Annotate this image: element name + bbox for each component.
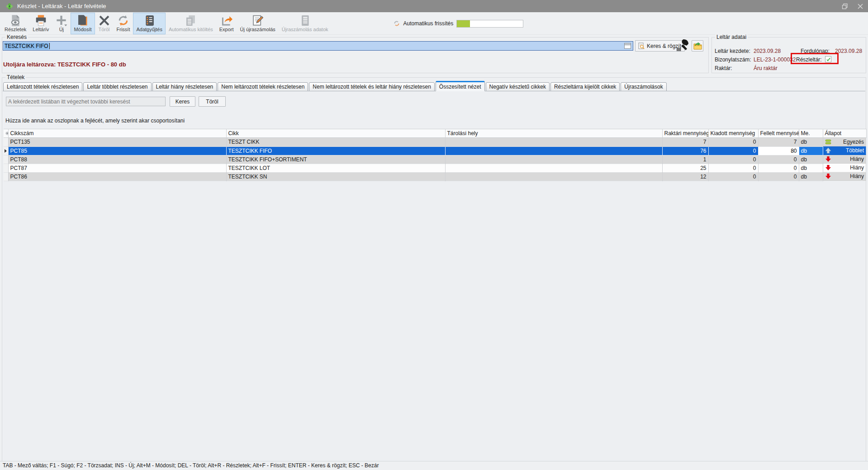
cell-kiadott: 0 [708, 164, 758, 172]
cell-cikkszam: PCT135 [8, 138, 226, 147]
column-header-allapot[interactable]: Állapot [823, 129, 866, 138]
column-header-me[interactable]: Me. [799, 129, 823, 138]
cell-allapot: Többlet [823, 146, 867, 155]
cell-allapot: Hiány [823, 172, 867, 181]
open-folder-button[interactable] [692, 40, 703, 52]
cell-tarolasi-hely [445, 146, 662, 155]
tab-content: Keres Töröl Húzza ide annak az oszlopnak… [3, 91, 865, 461]
column-header-raktari-mennyiseg[interactable]: Raktári mennyiség [662, 129, 708, 138]
export-button[interactable]: Export [216, 13, 237, 34]
table-row-selected[interactable]: PCT85 TESZTCIKK FIFO 76 0 80 db Többlet [4, 146, 866, 155]
app-icon [6, 3, 13, 10]
column-header-kiadott-mennyiseg[interactable]: Kiadott mennyiség [708, 129, 758, 138]
auto-refresh-progressbar [456, 20, 523, 28]
cell-cikkszam: PCT86 [8, 172, 226, 181]
auto-refresh-label: Automatikus frissítés [403, 20, 454, 27]
bizonylatszam-label: Bizonylatszám: [715, 56, 751, 63]
barcode-scanner-button[interactable] [676, 38, 690, 52]
tab-nem-leltarozott[interactable]: Nem leltározott tételek részletesen [218, 82, 308, 91]
printer-icon [35, 14, 47, 27]
arrow-down-icon [825, 164, 831, 171]
cell-cikk: TESZTCIKK SN [226, 172, 445, 181]
toolbar-label: Adatgyűjtés [136, 27, 162, 32]
cell-cikkszam: PCT88 [8, 155, 226, 164]
column-header-cikkszam[interactable]: Cikkszám [8, 129, 226, 138]
uj-ujraszamolas-button[interactable]: Új újraszámolás [237, 13, 279, 34]
automatikus-kitoltes-button: Automatikus kitöltés [166, 13, 216, 34]
column-header-cikk[interactable]: Cikk [226, 129, 445, 138]
status-text: Hiány [850, 156, 864, 162]
cell-cikkszam: PCT85 [8, 146, 226, 155]
main-toolbar: Részletek Leltárív Új Módosít Töröl [0, 12, 868, 35]
table-row[interactable]: PCT87 TESZTCIKK LOT 25 0 0 db Hiány [4, 164, 866, 172]
torol-button: Töröl [95, 13, 114, 34]
tetelek-group-label: Tételek [5, 74, 26, 80]
status-bar-text: TAB - Mező váltás; F1 - Súgó; F2 - Törzs… [3, 462, 379, 469]
cell-tarolasi-hely [445, 172, 662, 181]
cell-cikk: TESZTCIKK LOT [226, 164, 445, 172]
auto-refresh-area: Automatikus frissítés [393, 13, 524, 34]
restore-button[interactable] [837, 0, 853, 12]
modosit-button[interactable]: Módosít [71, 13, 95, 34]
tab-osszesitett-nezet[interactable]: Összesített nézet [436, 81, 485, 91]
leltariv-button[interactable]: Leltárív [29, 13, 52, 34]
cell-me: db [799, 146, 823, 155]
toolbar-label: Részletek [5, 27, 26, 32]
ujraszamolas-adatok-button: Újraszámolás adatok [279, 13, 332, 34]
items-table: Cikkszám Cikk Tárolási hely Raktári menn… [4, 129, 867, 181]
cell-fellelt-edit[interactable]: 80 [758, 146, 799, 155]
arrow-up-icon [825, 147, 831, 154]
column-header-fellelt-mennyiseg[interactable]: Fellelt mennyiség [758, 129, 799, 138]
column-header-tarolasi-hely[interactable]: Tárolási hely [445, 129, 662, 138]
arrow-down-icon [825, 156, 831, 162]
reszletek-button[interactable]: Részletek [1, 13, 29, 34]
cell-tarolasi-hely [445, 164, 662, 172]
tab-reszleltarra-kijelolt[interactable]: Részleltárra kijelölt cikkek [550, 82, 620, 91]
current-row-indicator-icon [5, 149, 7, 153]
column-chooser-header[interactable] [4, 129, 8, 138]
tab-negativ-keszletu[interactable]: Negatív készletű cikkek [486, 82, 550, 91]
search-document-icon [638, 42, 645, 50]
frissit-button[interactable]: Frissít [114, 13, 133, 34]
tab-leltar-hiany[interactable]: Leltár hiány részletesen [152, 82, 217, 91]
cell-fellelt: 0 [758, 172, 799, 181]
auto-fill-icon [185, 14, 197, 27]
status-text: Többlet [846, 147, 864, 154]
search-input[interactable]: TESZTCIKK FIFO [3, 41, 633, 51]
table-row[interactable]: PCT135 TESZT CIKK 7 0 7 db Egyezés [4, 138, 866, 147]
groupby-hint-text: Húzza ide annak az oszlopnak a fejlécét,… [5, 118, 185, 124]
status-text: Hiány [850, 173, 864, 179]
tab-leltarozott-tetelek[interactable]: Leltározott tételek részletesen [3, 82, 82, 91]
window-title: Készlet - Leltárak - Leltár felvétele [17, 3, 106, 9]
spinner-icon [393, 20, 400, 27]
dropdown-panel-icon[interactable] [624, 43, 631, 49]
cell-raktari: 25 [662, 164, 708, 172]
cell-raktari: 76 [662, 146, 708, 155]
filter-keres-button[interactable]: Keres [170, 96, 195, 107]
toolbar-label: Új [59, 27, 64, 32]
close-button[interactable] [853, 0, 868, 12]
table-row[interactable]: PCT88 TESZTCIKK FIFO+SORTIMENT 1 0 0 db … [4, 155, 866, 164]
toolbar-label: Új újraszámolás [240, 27, 275, 32]
cell-cikk: TESZT CIKK [226, 138, 445, 147]
raktar-label: Raktár: [715, 65, 732, 71]
toolbar-label: Újraszámolás adatok [282, 27, 328, 32]
filter-input[interactable] [6, 97, 166, 106]
filter-torol-button[interactable]: Töröl [199, 96, 226, 107]
cell-me: db [799, 164, 823, 172]
cell-kiadott: 0 [708, 155, 758, 164]
tab-ujraszamolasok[interactable]: Újraszámolások [621, 82, 666, 91]
uj-button[interactable]: Új [52, 13, 71, 34]
table-row[interactable]: PCT86 TESZTCIKK SN 12 0 0 db Hiány [4, 172, 866, 181]
adatgyujtes-button[interactable]: Adatgyűjtés [133, 13, 165, 34]
cell-me: db [799, 138, 823, 147]
toolbar-label: Leltárív [33, 27, 49, 32]
tab-nem-leltarozott-es-hiany[interactable]: Nem leltározott tételek és leltár hiány … [309, 82, 434, 91]
equal-icon [825, 139, 831, 145]
cell-cikk: TESZTCIKK FIFO+SORTIMENT [226, 155, 445, 164]
restore-icon [842, 3, 848, 9]
cell-cikk: TESZTCIKK FIFO [226, 146, 445, 155]
fordulonap-value: 2023.09.28 [835, 48, 862, 54]
export-icon [220, 14, 232, 27]
tab-leltar-tobblet[interactable]: Leltár többlet részletesen [83, 82, 151, 91]
